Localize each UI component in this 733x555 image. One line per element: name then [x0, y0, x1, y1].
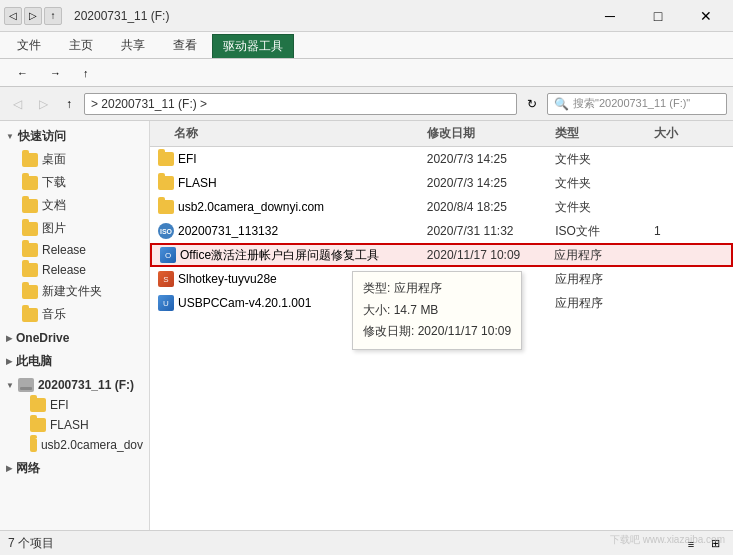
main-layout: ▼ 快速访问 桌面 下载 文档 图片 Release	[0, 121, 733, 530]
tab-drive-tools[interactable]: 驱动器工具	[212, 34, 294, 58]
maximize-button[interactable]: □	[635, 1, 681, 31]
file-type-cell: 文件夹	[555, 199, 654, 216]
back-arrow[interactable]: ◁	[4, 7, 22, 25]
sidebar-item-release2[interactable]: Release	[0, 260, 149, 280]
onedrive-label: OneDrive	[16, 331, 69, 345]
tooltip-type-label: 类型:	[363, 281, 390, 295]
col-header-type[interactable]: 类型	[555, 125, 654, 142]
col-header-name[interactable]: 名称	[150, 125, 427, 142]
tooltip-date-value: 2020/11/17 10:09	[418, 324, 511, 338]
item-count: 7 个项目	[8, 535, 54, 552]
app-icon: U	[158, 295, 174, 311]
drive-label: 20200731_11 (F:)	[38, 378, 134, 392]
title-bar-left: ◁ ▷ ↑ 20200731_11 (F:)	[4, 7, 587, 25]
sidebar-item-desktop[interactable]: 桌面	[0, 148, 149, 171]
sidebar-item-download[interactable]: 下载	[0, 171, 149, 194]
quick-access-header[interactable]: ▼ 快速访问	[0, 125, 149, 148]
file-type-cell: 文件夹	[555, 175, 654, 192]
tab-home[interactable]: 主页	[56, 32, 106, 58]
refresh-button[interactable]: ↻	[521, 93, 543, 115]
file-name-cell: usb2.0camera_downyi.com	[150, 200, 427, 214]
folder-icon	[22, 263, 38, 277]
sidebar-item-label: Release	[42, 263, 86, 277]
file-name: EFI	[178, 152, 197, 166]
network-label: 网络	[16, 460, 40, 477]
ribbon-forward-btn[interactable]: →	[41, 63, 70, 83]
iso-icon: ISO	[158, 223, 174, 239]
table-row[interactable]: EFI 2020/7/3 14:25 文件夹	[150, 147, 733, 171]
search-icon: 🔍	[554, 97, 569, 111]
drive-header[interactable]: ▼ 20200731_11 (F:)	[0, 375, 149, 395]
address-path: > 20200731_11 (F:) >	[91, 97, 207, 111]
ribbon-content: ← → ↑	[0, 58, 733, 86]
forward-arrow[interactable]: ▷	[24, 7, 42, 25]
col-header-size[interactable]: 大小	[654, 125, 733, 142]
file-list: EFI 2020/7/3 14:25 文件夹 FLASH 2020/7/3 14…	[150, 147, 733, 530]
thispc-header[interactable]: ▶ 此电脑	[0, 350, 149, 373]
sidebar-item-usb[interactable]: usb2.0camera_dov	[0, 435, 149, 455]
sidebar-item-release1[interactable]: Release	[0, 240, 149, 260]
tab-share[interactable]: 共享	[108, 32, 158, 58]
folder-icon	[30, 418, 46, 432]
toolbar-area: ◁ ▷ ↑ > 20200731_11 (F:) > ↻ 🔍 搜索"202007…	[0, 87, 733, 121]
table-row[interactable]: usb2.0camera_downyi.com 2020/8/4 18:25 文…	[150, 195, 733, 219]
sidebar-item-newdir[interactable]: 新建文件夹	[0, 280, 149, 303]
file-tooltip: 类型: 应用程序 大小: 14.7 MB 修改日期: 2020/11/17 10…	[352, 271, 522, 350]
address-bar[interactable]: > 20200731_11 (F:) >	[84, 93, 517, 115]
up-arrow[interactable]: ↑	[44, 7, 62, 25]
up-button[interactable]: ↑	[58, 93, 80, 115]
onedrive-header[interactable]: ▶ OneDrive	[0, 328, 149, 348]
tab-file[interactable]: 文件	[4, 32, 54, 58]
folder-icon	[158, 152, 174, 166]
folder-icon	[30, 398, 46, 412]
sidebar-item-docs[interactable]: 文档	[0, 194, 149, 217]
file-type-cell: 应用程序	[555, 271, 654, 288]
tooltip-size-label: 大小:	[363, 303, 390, 317]
file-type-cell: 应用程序	[554, 247, 652, 264]
file-name: Office激活注册帐户白屏问题修复工具	[180, 247, 379, 264]
tab-view[interactable]: 查看	[160, 32, 210, 58]
file-name-cell: ISO 20200731_113132	[150, 223, 427, 239]
search-box[interactable]: 🔍 搜索"20200731_11 (F:)"	[547, 93, 727, 115]
app-icon: S	[158, 271, 174, 287]
sidebar-item-images[interactable]: 图片	[0, 217, 149, 240]
sidebar-item-efi[interactable]: EFI	[0, 395, 149, 415]
file-list-header: 名称 修改日期 类型 大小	[150, 121, 733, 147]
file-date-cell: 2020/7/3 14:25	[427, 152, 555, 166]
minimize-button[interactable]: ─	[587, 1, 633, 31]
table-row[interactable]: ISO 20200731_113132 2020/7/31 11:32 ISO文…	[150, 219, 733, 243]
folder-icon	[158, 176, 174, 190]
table-row[interactable]: O Office激活注册帐户白屏问题修复工具 2020/11/17 10:09 …	[150, 243, 733, 267]
sidebar-item-label: 图片	[42, 220, 66, 237]
sidebar-drive: ▼ 20200731_11 (F:) EFI FLASH usb2.0camer…	[0, 375, 149, 455]
col-header-date[interactable]: 修改日期	[427, 125, 555, 142]
forward-button[interactable]: ▷	[32, 93, 54, 115]
sidebar-quick-access: ▼ 快速访问 桌面 下载 文档 图片 Release	[0, 125, 149, 326]
folder-icon	[22, 199, 38, 213]
folder-icon	[22, 176, 38, 190]
thispc-label: 此电脑	[16, 353, 52, 370]
tooltip-size: 大小: 14.7 MB	[363, 300, 511, 322]
sidebar-item-label: 文档	[42, 197, 66, 214]
folder-icon	[22, 285, 38, 299]
close-button[interactable]: ✕	[683, 1, 729, 31]
sidebar-item-label: EFI	[50, 398, 69, 412]
tooltip-size-value: 14.7 MB	[394, 303, 439, 317]
network-header[interactable]: ▶ 网络	[0, 457, 149, 480]
sidebar-network: ▶ 网络	[0, 457, 149, 480]
ribbon-tabs: 文件 主页 共享 查看 驱动器工具	[0, 32, 733, 58]
file-name-cell: O Office激活注册帐户白屏问题修复工具	[152, 247, 427, 264]
sidebar-item-flash[interactable]: FLASH	[0, 415, 149, 435]
file-date-cell: 2020/7/3 14:25	[427, 176, 555, 190]
table-row[interactable]: FLASH 2020/7/3 14:25 文件夹	[150, 171, 733, 195]
ribbon-up-btn[interactable]: ↑	[74, 63, 98, 83]
sidebar-item-music[interactable]: 音乐	[0, 303, 149, 326]
file-size-cell: 1	[654, 224, 733, 238]
sidebar-item-label: FLASH	[50, 418, 89, 432]
window-controls: ─ □ ✕	[587, 1, 729, 31]
back-button[interactable]: ◁	[6, 93, 28, 115]
sidebar-thispc: ▶ 此电脑	[0, 350, 149, 373]
ribbon-back-btn[interactable]: ←	[8, 63, 37, 83]
expand-icon: ▶	[6, 334, 12, 343]
folder-icon	[22, 243, 38, 257]
